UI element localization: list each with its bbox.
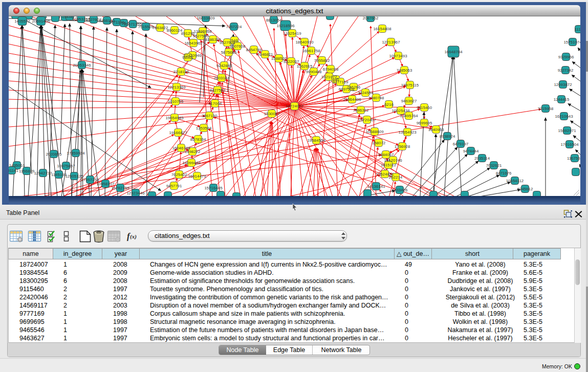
svg-text:8578334: 8578334 xyxy=(190,137,206,142)
svg-text:12942737: 12942737 xyxy=(34,171,52,176)
svg-text:20691406: 20691406 xyxy=(32,19,50,24)
svg-text:1405572: 1405572 xyxy=(14,19,30,24)
svg-text:252214: 252214 xyxy=(389,175,403,180)
svg-text:7663822: 7663822 xyxy=(153,26,168,30)
svg-text:10973493: 10973493 xyxy=(389,54,407,58)
svg-text:9115460: 9115460 xyxy=(417,105,432,110)
svg-text:16914479: 16914479 xyxy=(188,174,206,179)
svg-text:20053346: 20053346 xyxy=(73,63,91,68)
svg-text:(x): (x) xyxy=(130,233,137,240)
svg-text:8813054: 8813054 xyxy=(266,18,282,23)
svg-text:1435061: 1435061 xyxy=(9,163,25,168)
svg-text:7357224: 7357224 xyxy=(226,25,242,29)
svg-text:1353594: 1353594 xyxy=(196,126,212,130)
svg-text:12213369: 12213369 xyxy=(167,85,186,90)
svg-text:8938924: 8938924 xyxy=(440,134,455,139)
svg-text:7886322: 7886322 xyxy=(353,108,369,113)
svg-text:1112: 1112 xyxy=(575,27,580,32)
svg-text:16782759: 16782759 xyxy=(111,186,129,190)
svg-text:16033809: 16033809 xyxy=(197,16,215,20)
svg-text:8427552: 8427552 xyxy=(210,88,226,93)
svg-text:20364486: 20364486 xyxy=(343,97,361,102)
svg-text:19384554: 19384554 xyxy=(307,138,325,143)
svg-text:1640953: 1640953 xyxy=(428,127,444,132)
svg-text:13325419: 13325419 xyxy=(283,31,301,36)
svg-text:8471676: 8471676 xyxy=(496,171,512,176)
svg-text:7485063: 7485063 xyxy=(397,68,412,73)
svg-text:1080748: 1080748 xyxy=(368,96,384,100)
svg-text:6794028: 6794028 xyxy=(323,67,339,72)
svg-text:9457791: 9457791 xyxy=(166,184,182,188)
svg-text:3215958: 3215958 xyxy=(538,106,554,111)
svg-text:16961758: 16961758 xyxy=(302,49,320,53)
svg-text:7515526: 7515526 xyxy=(138,25,154,29)
svg-text:2935114: 2935114 xyxy=(474,156,490,161)
svg-text:9474444: 9474444 xyxy=(463,149,479,154)
svg-text:8960124: 8960124 xyxy=(167,28,183,33)
svg-text:13654923: 13654923 xyxy=(398,130,417,135)
svg-text:3267130: 3267130 xyxy=(202,114,217,118)
svg-text:1244415: 1244415 xyxy=(554,97,570,102)
svg-text:1562615: 1562615 xyxy=(297,64,313,69)
svg-text:2607608: 2607608 xyxy=(230,44,246,49)
svg-text:391141: 391141 xyxy=(9,168,18,173)
svg-text:14099489: 14099489 xyxy=(182,161,201,165)
svg-text:9990448: 9990448 xyxy=(306,70,322,74)
svg-text:158072: 158072 xyxy=(372,141,385,145)
svg-text:19218596: 19218596 xyxy=(276,24,295,28)
svg-text:2020655: 2020655 xyxy=(46,152,62,157)
svg-text:2718126: 2718126 xyxy=(173,70,189,74)
svg-text:2087662: 2087662 xyxy=(363,16,379,20)
svg-text:1530027: 1530027 xyxy=(264,112,280,116)
svg-text:1610755: 1610755 xyxy=(168,99,184,104)
svg-text:19166827: 19166827 xyxy=(169,130,187,135)
svg-text:10688609: 10688609 xyxy=(365,129,384,134)
svg-text:15751074: 15751074 xyxy=(563,40,580,45)
svg-text:1145193: 1145193 xyxy=(51,172,67,177)
svg-text:5875685: 5875685 xyxy=(221,50,237,55)
svg-text:10025438: 10025438 xyxy=(391,108,410,113)
svg-text:13495764: 13495764 xyxy=(400,114,418,118)
svg-text:13226058: 13226058 xyxy=(193,29,212,34)
svg-text:12975115: 12975115 xyxy=(401,83,419,87)
svg-text:9384067: 9384067 xyxy=(378,152,394,157)
svg-text:6479197: 6479197 xyxy=(453,142,469,146)
svg-text:16648784: 16648784 xyxy=(444,50,463,54)
svg-text:3024554: 3024554 xyxy=(358,91,374,95)
svg-text:17359924: 17359924 xyxy=(67,151,85,156)
svg-text:9329966: 9329966 xyxy=(558,55,574,59)
svg-text:8186328: 8186328 xyxy=(205,37,221,42)
svg-text:15692971: 15692971 xyxy=(558,128,576,133)
svg-text:10975857: 10975857 xyxy=(57,164,75,168)
svg-text:15716485: 15716485 xyxy=(204,186,223,190)
svg-text:16210643: 16210643 xyxy=(555,114,573,119)
svg-text:9699695: 9699695 xyxy=(417,121,432,125)
svg-text:18640910: 18640910 xyxy=(295,40,314,45)
svg-text:15720407: 15720407 xyxy=(358,118,376,122)
svg-text:14136141: 14136141 xyxy=(367,184,385,189)
svg-text:746266: 746266 xyxy=(347,85,361,90)
svg-text:9242845: 9242845 xyxy=(216,63,232,68)
svg-text:7632621: 7632621 xyxy=(486,163,502,168)
svg-text:1615112: 1615112 xyxy=(381,163,396,167)
svg-text:9245612: 9245612 xyxy=(517,187,533,191)
svg-text:16120746: 16120746 xyxy=(384,158,402,163)
svg-text:18724007: 18724007 xyxy=(286,104,303,108)
svg-text:9227342: 9227342 xyxy=(558,68,574,73)
svg-text:12323446: 12323446 xyxy=(126,191,145,195)
svg-text:1756928: 1756928 xyxy=(395,144,410,149)
svg-text:7955812: 7955812 xyxy=(314,58,330,63)
svg-text:12213967: 12213967 xyxy=(382,40,400,45)
svg-text:5322037: 5322037 xyxy=(284,59,299,64)
svg-text:12093872: 12093872 xyxy=(554,82,572,87)
svg-text:1167534: 1167534 xyxy=(567,156,580,161)
svg-text:1498222: 1498222 xyxy=(185,149,201,154)
svg-text:1733426: 1733426 xyxy=(392,188,408,192)
svg-text:9777169: 9777169 xyxy=(333,80,349,84)
svg-text:546: 546 xyxy=(231,38,238,43)
svg-text:17016504: 17016504 xyxy=(560,142,579,147)
svg-text:7625402: 7625402 xyxy=(171,172,187,177)
svg-text:16154808: 16154808 xyxy=(373,27,391,31)
svg-text:1156829: 1156829 xyxy=(19,169,35,173)
svg-text:10654112: 10654112 xyxy=(506,179,524,183)
